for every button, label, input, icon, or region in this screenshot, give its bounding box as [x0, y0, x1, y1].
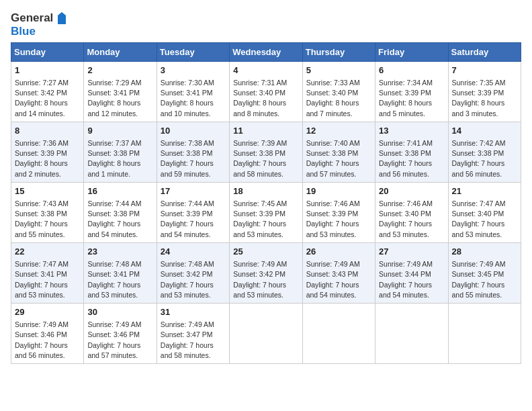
calendar-day-cell: 18 Sunrise: 7:45 AM Sunset: 3:39 PM Dayl… [230, 182, 302, 242]
day-info: Sunrise: 7:29 AM Sunset: 3:41 PM Dayligh… [87, 78, 152, 119]
calendar-week-row: 8 Sunrise: 7:36 AM Sunset: 3:39 PM Dayli… [11, 122, 521, 182]
day-info: Sunrise: 7:30 AM Sunset: 3:41 PM Dayligh… [161, 78, 226, 119]
day-info: Sunrise: 7:37 AM Sunset: 3:38 PM Dayligh… [87, 138, 152, 179]
calendar-day-cell: 13 Sunrise: 7:41 AM Sunset: 3:38 PM Dayl… [375, 122, 448, 182]
day-number: 8 [15, 125, 80, 137]
col-tuesday: Tuesday [157, 42, 229, 61]
day-number: 19 [306, 185, 371, 197]
page-header: General Blue [11, 11, 521, 38]
day-info: Sunrise: 7:42 AM Sunset: 3:38 PM Dayligh… [452, 138, 517, 179]
calendar-day-cell: 15 Sunrise: 7:43 AM Sunset: 3:38 PM Dayl… [11, 182, 84, 242]
day-info: Sunrise: 7:49 AM Sunset: 3:46 PM Dayligh… [87, 320, 152, 361]
day-number: 10 [161, 125, 226, 137]
calendar-day-cell: 3 Sunrise: 7:30 AM Sunset: 3:41 PM Dayli… [157, 61, 229, 122]
day-info: Sunrise: 7:36 AM Sunset: 3:39 PM Dayligh… [15, 138, 80, 179]
day-info: Sunrise: 7:35 AM Sunset: 3:39 PM Dayligh… [452, 78, 517, 119]
calendar-day-cell: 9 Sunrise: 7:37 AM Sunset: 3:38 PM Dayli… [84, 122, 157, 182]
calendar-day-cell: 30 Sunrise: 7:49 AM Sunset: 3:46 PM Dayl… [84, 303, 157, 363]
calendar-day-cell: 7 Sunrise: 7:35 AM Sunset: 3:39 PM Dayli… [448, 61, 521, 122]
calendar-day-cell: 17 Sunrise: 7:44 AM Sunset: 3:39 PM Dayl… [157, 182, 229, 242]
calendar-day-cell: 27 Sunrise: 7:49 AM Sunset: 3:44 PM Dayl… [375, 242, 448, 303]
day-number: 15 [15, 185, 80, 197]
day-info: Sunrise: 7:27 AM Sunset: 3:42 PM Dayligh… [15, 78, 80, 119]
day-number: 14 [452, 125, 517, 137]
calendar-day-cell: 12 Sunrise: 7:40 AM Sunset: 3:38 PM Dayl… [302, 122, 375, 182]
day-number: 24 [161, 246, 226, 258]
day-info: Sunrise: 7:38 AM Sunset: 3:38 PM Dayligh… [161, 138, 226, 179]
calendar-day-cell: 2 Sunrise: 7:29 AM Sunset: 3:41 PM Dayli… [84, 61, 157, 122]
logo: General Blue [11, 11, 69, 38]
day-info: Sunrise: 7:48 AM Sunset: 3:42 PM Dayligh… [161, 259, 226, 300]
day-number: 12 [306, 125, 371, 137]
calendar-day-cell: 16 Sunrise: 7:44 AM Sunset: 3:38 PM Dayl… [84, 182, 157, 242]
day-number: 9 [87, 125, 152, 137]
day-info: Sunrise: 7:49 AM Sunset: 3:44 PM Dayligh… [379, 259, 444, 300]
day-number: 28 [452, 246, 517, 258]
calendar-day-cell [302, 303, 375, 363]
day-number: 20 [379, 185, 444, 197]
calendar-day-cell: 10 Sunrise: 7:38 AM Sunset: 3:38 PM Dayl… [157, 122, 229, 182]
day-info: Sunrise: 7:41 AM Sunset: 3:38 PM Dayligh… [379, 138, 444, 179]
day-number: 13 [379, 125, 444, 137]
calendar-week-row: 1 Sunrise: 7:27 AM Sunset: 3:42 PM Dayli… [11, 61, 521, 122]
day-number: 17 [161, 185, 226, 197]
col-sunday: Sunday [11, 42, 84, 61]
calendar-day-cell: 20 Sunrise: 7:46 AM Sunset: 3:40 PM Dayl… [375, 182, 448, 242]
col-wednesday: Wednesday [230, 42, 302, 61]
day-info: Sunrise: 7:49 AM Sunset: 3:42 PM Dayligh… [233, 259, 298, 300]
calendar-week-row: 29 Sunrise: 7:49 AM Sunset: 3:46 PM Dayl… [11, 303, 521, 363]
day-number: 2 [87, 64, 152, 77]
day-number: 23 [87, 246, 152, 258]
day-info: Sunrise: 7:49 AM Sunset: 3:46 PM Dayligh… [15, 320, 80, 361]
calendar-day-cell [375, 303, 448, 363]
calendar-day-cell: 5 Sunrise: 7:33 AM Sunset: 3:40 PM Dayli… [302, 61, 375, 122]
col-thursday: Thursday [302, 42, 375, 61]
calendar-header-row: Sunday Monday Tuesday Wednesday Thursday… [11, 42, 521, 61]
day-info: Sunrise: 7:47 AM Sunset: 3:41 PM Dayligh… [15, 259, 80, 300]
day-info: Sunrise: 7:46 AM Sunset: 3:39 PM Dayligh… [306, 199, 371, 240]
day-number: 7 [452, 64, 517, 77]
calendar-week-row: 15 Sunrise: 7:43 AM Sunset: 3:38 PM Dayl… [11, 182, 521, 242]
calendar-day-cell [230, 303, 302, 363]
day-number: 16 [87, 185, 152, 197]
calendar-day-cell: 23 Sunrise: 7:48 AM Sunset: 3:41 PM Dayl… [84, 242, 157, 303]
calendar-day-cell: 21 Sunrise: 7:47 AM Sunset: 3:40 PM Dayl… [448, 182, 521, 242]
calendar-day-cell: 28 Sunrise: 7:49 AM Sunset: 3:45 PM Dayl… [448, 242, 521, 303]
day-info: Sunrise: 7:45 AM Sunset: 3:39 PM Dayligh… [233, 199, 298, 240]
day-info: Sunrise: 7:48 AM Sunset: 3:41 PM Dayligh… [87, 259, 152, 300]
day-number: 31 [161, 306, 226, 318]
calendar-day-cell: 24 Sunrise: 7:48 AM Sunset: 3:42 PM Dayl… [157, 242, 229, 303]
day-number: 22 [15, 246, 80, 258]
day-info: Sunrise: 7:34 AM Sunset: 3:39 PM Dayligh… [379, 78, 444, 119]
day-info: Sunrise: 7:39 AM Sunset: 3:38 PM Dayligh… [233, 138, 298, 179]
day-info: Sunrise: 7:49 AM Sunset: 3:43 PM Dayligh… [306, 259, 371, 300]
day-info: Sunrise: 7:49 AM Sunset: 3:45 PM Dayligh… [452, 259, 517, 300]
calendar-day-cell: 22 Sunrise: 7:47 AM Sunset: 3:41 PM Dayl… [11, 242, 84, 303]
calendar-week-row: 22 Sunrise: 7:47 AM Sunset: 3:41 PM Dayl… [11, 242, 521, 303]
calendar-day-cell: 8 Sunrise: 7:36 AM Sunset: 3:39 PM Dayli… [11, 122, 84, 182]
calendar-day-cell: 31 Sunrise: 7:49 AM Sunset: 3:47 PM Dayl… [157, 303, 229, 363]
day-number: 25 [233, 246, 298, 258]
day-number: 26 [306, 246, 371, 258]
col-friday: Friday [375, 42, 448, 61]
day-info: Sunrise: 7:47 AM Sunset: 3:40 PM Dayligh… [452, 199, 517, 240]
day-info: Sunrise: 7:44 AM Sunset: 3:38 PM Dayligh… [87, 199, 152, 240]
calendar-day-cell [448, 303, 521, 363]
day-info: Sunrise: 7:44 AM Sunset: 3:39 PM Dayligh… [161, 199, 226, 240]
day-info: Sunrise: 7:46 AM Sunset: 3:40 PM Dayligh… [379, 199, 444, 240]
day-number: 21 [452, 185, 517, 197]
calendar-day-cell: 26 Sunrise: 7:49 AM Sunset: 3:43 PM Dayl… [302, 242, 375, 303]
day-number: 3 [161, 64, 226, 77]
day-number: 5 [306, 64, 371, 77]
col-saturday: Saturday [448, 42, 521, 61]
logo-arrow-icon [54, 11, 69, 26]
day-info: Sunrise: 7:33 AM Sunset: 3:40 PM Dayligh… [306, 78, 371, 119]
calendar-day-cell: 14 Sunrise: 7:42 AM Sunset: 3:38 PM Dayl… [448, 122, 521, 182]
calendar-day-cell: 19 Sunrise: 7:46 AM Sunset: 3:39 PM Dayl… [302, 182, 375, 242]
svg-marker-0 [54, 12, 69, 24]
day-number: 18 [233, 185, 298, 197]
day-number: 30 [87, 306, 152, 318]
day-number: 11 [233, 125, 298, 137]
calendar-day-cell: 4 Sunrise: 7:31 AM Sunset: 3:40 PM Dayli… [230, 61, 302, 122]
day-number: 29 [15, 306, 80, 318]
